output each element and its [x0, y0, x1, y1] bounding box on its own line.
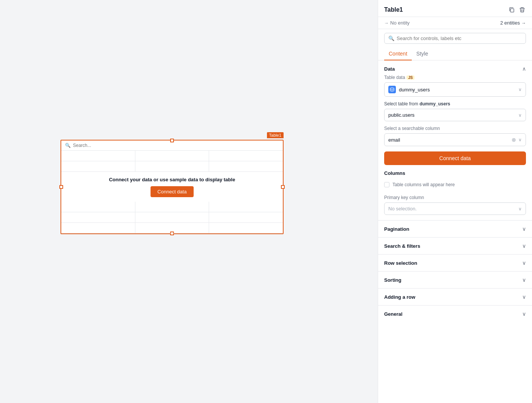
general-chevron-icon: ∨	[522, 311, 526, 317]
adding-row-header[interactable]: Adding a row ∨	[378, 289, 532, 305]
connect-data-button[interactable]: Connect data	[384, 151, 526, 165]
selected-db-text: dummy_users	[399, 87, 430, 93]
database-icon	[390, 87, 394, 92]
table-cell	[209, 212, 283, 222]
general-title: General	[384, 311, 402, 317]
panel-header: Table1	[378, 0, 532, 17]
row-selection-header[interactable]: Row selection ∨	[378, 255, 532, 271]
select-table-dropdown[interactable]: public.users ∨	[384, 109, 526, 121]
table-data-label: Table data JS	[384, 75, 526, 80]
sorting-title: Sorting	[384, 277, 402, 283]
columns-placeholder-text: Table columns will appear here	[392, 182, 455, 187]
canvas-area: Table1 🔍 Connect your data or	[0, 0, 378, 403]
table-cell	[209, 151, 283, 161]
table-cell	[135, 202, 209, 212]
table-data-select-content: dummy_users	[388, 86, 430, 93]
searchable-column-select[interactable]: email ⊗ ∨	[384, 133, 526, 146]
copy-icon	[509, 7, 515, 13]
clear-column-icon[interactable]: ⊗	[512, 137, 516, 143]
pagination-title: Pagination	[384, 226, 409, 232]
panel-header-icons	[508, 6, 526, 14]
panel-title: Table1	[384, 6, 403, 13]
no-entity: → No entity	[384, 20, 409, 26]
columns-label: Columns	[384, 170, 526, 176]
data-section-title: Data	[384, 66, 395, 72]
connect-overlay-text: Connect your data or use sample data to …	[109, 177, 235, 182]
table-row	[61, 161, 283, 172]
tab-style[interactable]: Style	[412, 48, 433, 60]
email-select-right: ⊗ ∨	[512, 137, 522, 143]
primary-key-label: Primary key column	[384, 195, 526, 200]
db-icon	[388, 86, 396, 93]
canvas-connect-data-button[interactable]: Connect data	[150, 186, 193, 197]
row-selection-section: Row selection ∨	[378, 254, 532, 271]
sorting-header[interactable]: Sorting ∨	[378, 272, 532, 288]
general-header[interactable]: General ∨	[378, 306, 532, 322]
selected-column-text: email	[388, 137, 400, 143]
table-cell	[135, 151, 209, 161]
table-data-chevron-icon: ∨	[518, 87, 522, 92]
data-section-content: Table data JS dummy_users ∨	[378, 75, 532, 220]
table-cell	[135, 223, 209, 233]
tab-content[interactable]: Content	[384, 48, 412, 60]
resize-handle-top[interactable]	[170, 139, 174, 142]
select-table-chevron-icon: ∨	[518, 113, 522, 118]
table-cell	[61, 212, 135, 222]
table-cell	[61, 202, 135, 212]
table-cell	[135, 212, 209, 222]
delete-button[interactable]	[518, 6, 526, 14]
pagination-section-header[interactable]: Pagination ∨	[378, 221, 532, 237]
table-cell	[61, 151, 135, 161]
data-section-header[interactable]: Data ∧	[378, 60, 532, 75]
search-filters-section: Search & filters ∨	[378, 237, 532, 254]
sorting-section: Sorting ∨	[378, 271, 532, 288]
duplicate-button[interactable]	[508, 6, 515, 14]
entities-arrow-icon: →	[521, 20, 526, 26]
resize-handle-right[interactable]	[281, 185, 285, 189]
table-search-input[interactable]	[73, 143, 133, 148]
primary-key-select[interactable]: No selection. ∨	[384, 202, 526, 215]
table-row	[61, 151, 283, 161]
search-filters-header[interactable]: Search & filters ∨	[378, 238, 532, 254]
table-cell	[209, 202, 283, 212]
primary-key-chevron-icon: ∨	[518, 206, 522, 212]
table-row	[61, 212, 283, 223]
panel-search-icon: 🔍	[388, 36, 394, 41]
table-row	[61, 223, 283, 233]
data-section: Data ∧ Table data JS dumm	[378, 60, 532, 220]
entities-link[interactable]: 2 entities →	[500, 20, 526, 26]
js-badge: JS	[406, 76, 414, 80]
sorting-chevron-icon: ∨	[522, 277, 526, 283]
table-skeleton-bottom	[61, 202, 283, 233]
panel-search-input[interactable]	[397, 36, 522, 41]
table-cell	[135, 161, 209, 171]
adding-row-chevron-icon: ∨	[522, 294, 526, 300]
table-skeleton	[61, 151, 283, 172]
table-widget-label: Table1	[267, 132, 284, 138]
email-select-chevron-icon: ∨	[518, 137, 522, 142]
searchable-column-label: Select a searchable column	[384, 126, 526, 131]
table-row	[61, 202, 283, 212]
table-cell	[61, 223, 135, 233]
arrow-right-icon: →	[384, 20, 389, 26]
columns-placeholder: Table columns will appear here	[384, 179, 526, 190]
select-table-label: Select table from dummy_users	[384, 101, 526, 107]
adding-row-section: Adding a row ∨	[378, 288, 532, 305]
pagination-chevron-icon: ∨	[522, 226, 526, 232]
pagination-section: Pagination ∨	[378, 220, 532, 237]
table-cell	[209, 223, 283, 233]
resize-handle-left[interactable]	[59, 185, 63, 189]
panel-search-bar[interactable]: 🔍	[384, 33, 526, 44]
columns-checkbox	[384, 182, 389, 187]
selected-table-text: public.users	[388, 112, 414, 118]
table-widget[interactable]: Table1 🔍 Connect your data or	[60, 140, 284, 234]
table-cell	[61, 161, 135, 171]
table-data-select[interactable]: dummy_users ∨	[384, 82, 526, 97]
select-table-content: public.users	[388, 112, 414, 118]
entities-row: → No entity 2 entities →	[378, 17, 532, 29]
general-section: General ∨	[378, 305, 532, 322]
svg-point-1	[390, 88, 394, 89]
no-entity-text: No entity	[390, 20, 409, 26]
select-table-db: dummy_users	[419, 101, 450, 107]
search-filters-chevron-icon: ∨	[522, 243, 526, 249]
